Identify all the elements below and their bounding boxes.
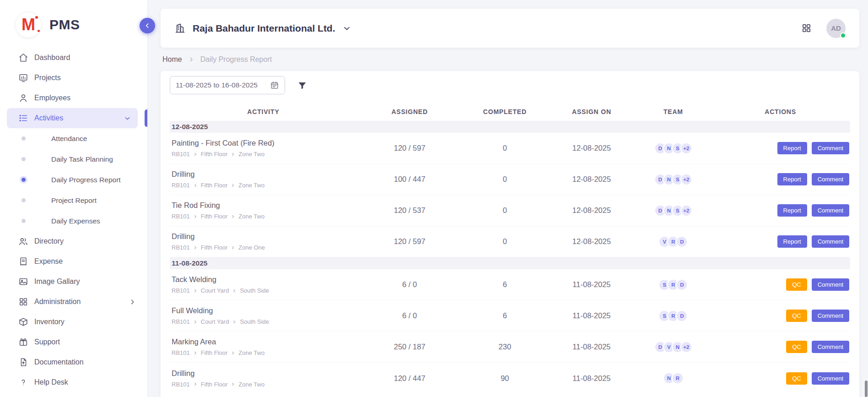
sidebar-item-label: Documentation: [34, 358, 84, 366]
comment-button[interactable]: Comment: [812, 278, 849, 291]
sidebar-item-label: Directory: [34, 237, 64, 245]
team-member-badge[interactable]: D: [676, 279, 688, 291]
comment-button[interactable]: Comment: [812, 341, 849, 353]
report-button[interactable]: Report: [777, 142, 807, 154]
sidebar-collapse-button[interactable]: [140, 18, 155, 33]
team-member-badge[interactable]: R: [672, 372, 684, 384]
sidebar-item-directory[interactable]: Directory: [0, 231, 147, 251]
sidebar-item-label: Employees: [34, 94, 70, 102]
activity-location-path: RB101Fifth FloorZone Two: [172, 381, 357, 388]
sidebar-item-dashboard[interactable]: Dashboard: [0, 48, 147, 68]
pms-logo-icon: M: [16, 12, 41, 38]
team-cell: DNS+2: [636, 205, 711, 217]
activity-cell: DrillingRB101Fifth FloorZone Two: [170, 369, 357, 388]
chevron-small-icon: [193, 245, 198, 250]
comment-button[interactable]: Comment: [812, 372, 849, 385]
completed-value: 90: [462, 374, 547, 383]
company-selector[interactable]: Raja Bahadur International Ltd.: [174, 22, 351, 34]
path-segment: South Side: [240, 287, 269, 294]
table-header-row: ACTIVITY ASSIGNED COMPLETED ASSIGN ON TE…: [170, 103, 850, 121]
assign-on-date: 11-08-2025: [547, 280, 636, 289]
comment-button[interactable]: Comment: [812, 204, 849, 217]
path-segment: Court Yard: [201, 287, 229, 294]
chevron-small-icon: [231, 152, 235, 157]
chevron-small-icon: [193, 214, 198, 219]
qc-button[interactable]: QC: [786, 341, 807, 353]
brand[interactable]: M PMS: [0, 0, 147, 48]
sidebar-item-support[interactable]: Support: [0, 332, 147, 352]
actions-cell: QCComment: [711, 372, 850, 385]
sidebar-item-expense[interactable]: Expense: [0, 251, 147, 272]
column-header-team: TEAM: [636, 108, 711, 115]
apps-grid-icon[interactable]: [801, 23, 812, 33]
sidebar-subitem-attendance[interactable]: Attendance: [0, 128, 147, 149]
comment-button[interactable]: Comment: [812, 142, 849, 154]
table-body: 12-08-2025Painting - First Coat (Fire Re…: [170, 121, 850, 394]
activity-title: Tie Rod Fixing: [172, 201, 357, 210]
team-more-badge[interactable]: +2: [680, 341, 692, 353]
user-avatar[interactable]: AD: [826, 19, 846, 38]
chevron-small-icon: [193, 351, 198, 355]
team-more-badge[interactable]: +2: [680, 142, 692, 154]
qc-button[interactable]: QC: [786, 310, 807, 322]
team-member-badge[interactable]: D: [676, 236, 688, 248]
completed-value: 0: [462, 175, 547, 184]
user-icon: [18, 93, 28, 103]
sidebar-item-employees[interactable]: Employees: [0, 88, 147, 108]
chevron-small-icon: [231, 214, 235, 219]
date-range-input[interactable]: 11-08-2025 to 16-08-2025: [170, 76, 285, 94]
bullet-dot: [22, 198, 26, 202]
sidebar-subitem-daily-expenses[interactable]: Daily Expenses: [0, 211, 147, 231]
chevron-down-icon: [124, 114, 131, 122]
team-cell: DNS+2: [636, 174, 711, 185]
sidebar-subitem-label: Project Report: [51, 196, 97, 205]
team-more-badge[interactable]: +2: [680, 174, 692, 185]
sidebar-item-label: Support: [34, 338, 60, 346]
sidebar-item-administration[interactable]: Administration: [0, 292, 147, 312]
sidebar-item-image-gallary[interactable]: Image Gallary: [0, 272, 147, 292]
activity-title: Painting - First Coat (Fire Red): [172, 139, 357, 147]
assigned-value: 120 / 537: [357, 206, 462, 215]
sidebar-item-inventory[interactable]: Inventory: [0, 312, 147, 332]
chevron-small-icon: [231, 183, 235, 188]
active-indicator-bar: [145, 109, 147, 127]
activity-cell: Marking AreaRB101Fifth FloorZone Two: [170, 337, 357, 356]
activity-row: DrillingRB101Fifth FloorZone Two120 / 44…: [170, 363, 850, 394]
column-header-assigned: ASSIGNED: [357, 108, 462, 115]
qc-button[interactable]: QC: [786, 372, 807, 385]
sidebar-item-label: Expense: [34, 257, 63, 266]
activity-location-path: RB101Fifth FloorZone Two: [172, 182, 357, 189]
report-button[interactable]: Report: [777, 204, 807, 217]
comment-button[interactable]: Comment: [812, 173, 849, 185]
grid-icon: [18, 297, 28, 307]
team-member-badge[interactable]: D: [676, 310, 688, 322]
sidebar-item-label: Image Gallary: [34, 277, 80, 286]
comment-button[interactable]: Comment: [812, 310, 849, 322]
qc-button[interactable]: QC: [786, 278, 807, 291]
avatar-initials: AD: [831, 24, 841, 32]
path-segment: Zone Two: [238, 349, 264, 356]
activity-cell: Tack WeldingRB101Court YardSouth Side: [170, 275, 357, 294]
comment-button[interactable]: Comment: [812, 235, 849, 248]
team-cell: SRD: [636, 310, 711, 322]
path-segment: Fifth Floor: [201, 151, 228, 158]
team-cell: DVN+2: [636, 341, 711, 353]
activity-location-path: RB101Fifth FloorZone Two: [172, 151, 357, 158]
gift-icon: [18, 337, 28, 347]
sidebar-item-help-desk[interactable]: Help Desk: [0, 372, 147, 392]
filter-icon[interactable]: [297, 81, 307, 90]
sidebar-subitem-daily-task-planning[interactable]: Daily Task Planning: [0, 149, 147, 169]
activity-title: Tack Welding: [172, 275, 357, 284]
breadcrumb-home-link[interactable]: Home: [162, 55, 182, 64]
sidebar-item-activities[interactable]: Activities: [7, 108, 138, 128]
sidebar-subitem-project-report[interactable]: Project Report: [0, 190, 147, 211]
report-button[interactable]: Report: [777, 235, 807, 248]
sidebar-subitem-daily-progress-report[interactable]: Daily Progress Report: [0, 169, 147, 190]
scrollbar-thumb[interactable]: [865, 381, 868, 397]
actions-cell: ReportComment: [711, 235, 850, 248]
sidebar-item-documentation[interactable]: Documentation: [0, 352, 147, 372]
team-more-badge[interactable]: +2: [680, 205, 692, 217]
report-button[interactable]: Report: [777, 173, 807, 185]
sidebar-item-projects[interactable]: Projects: [0, 68, 147, 88]
actions-cell: QCComment: [711, 341, 850, 353]
